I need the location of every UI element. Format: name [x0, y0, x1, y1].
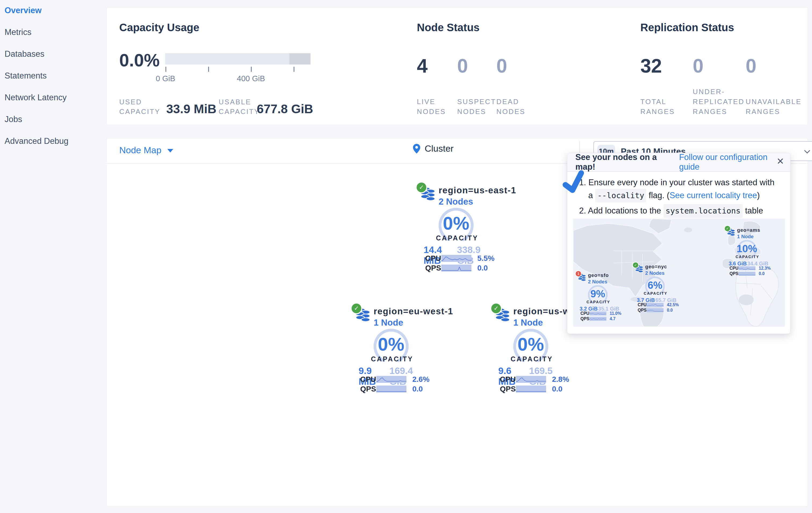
region-card-us-west-1[interactable]: ✓ region=us-west-1 1 Node 0% CAPACITY 9.…	[491, 304, 574, 393]
region-title: geo=ams	[737, 227, 760, 233]
status-badge: ✓	[725, 226, 730, 231]
sidebar-item-statements[interactable]: Statements	[0, 68, 106, 89]
cpu-row: CPU 42.5%	[638, 302, 679, 307]
stat-label: UNAVAILABLE RANGES	[746, 97, 802, 117]
qps-label: QPS	[500, 385, 516, 393]
inline-code: --locality	[595, 189, 646, 202]
total-value: 35.1 GiB	[598, 306, 619, 312]
region-card-ams[interactable]: ✓ geo=ams 1 Node 10% CAPACITY 3.6 GiB 34…	[724, 226, 771, 276]
qps-label: QPS	[425, 264, 441, 272]
chevron-down-icon	[804, 150, 810, 154]
status-badge: ✓	[633, 263, 638, 268]
qps-label: QPS	[360, 385, 376, 393]
sidebar-item-network-latency[interactable]: Network Latency	[0, 89, 106, 111]
summary-stat: 0DEAD NODES	[496, 55, 533, 117]
region-title: geo=nyc	[645, 264, 667, 269]
gauge-percent: 6%	[644, 279, 666, 291]
region-card-nyc[interactable]: ✓ geo=nyc 2 Nodes 6% CAPACITY 3.7 GiB 65…	[633, 263, 679, 313]
cpu-row: CPU 11.0%	[580, 311, 621, 316]
cpu-row: CPU 2.6%	[360, 375, 430, 384]
qps-value: 0.0	[412, 385, 423, 393]
sidebar-item-jobs[interactable]: Jobs	[0, 111, 106, 133]
used-value: 3.2 GiB	[580, 306, 598, 312]
breadcrumb-label: Cluster	[425, 143, 454, 154]
cluster-overview-page: OverviewMetricsDatabasesStatementsNetwor…	[0, 0, 812, 513]
capacity-usage-title: Capacity Usage	[119, 22, 199, 34]
gauge-percent: 0%	[436, 213, 476, 234]
capacity-bar-segment-other	[289, 53, 311, 64]
qps-value: 0.0	[759, 271, 765, 276]
cpu-label: CPU	[425, 254, 441, 263]
region-title: region=us-east-1	[439, 185, 516, 195]
breadcrumb[interactable]: Cluster	[413, 143, 454, 154]
view-mode-label: Node Map	[119, 145, 162, 155]
nodes-on-map-popup: See your nodes on a map! Follow our conf…	[567, 153, 790, 334]
step-text: flag. (	[646, 191, 669, 200]
qps-sparkline	[516, 385, 546, 393]
axis-tick-label: 400 GiB	[237, 74, 265, 83]
view-mode-dropdown[interactable]: Node Map	[119, 145, 173, 155]
inline-code: system.locations	[664, 204, 743, 218]
summary-stat: 4LIVE NODES	[417, 55, 454, 117]
axis-tick	[294, 67, 294, 72]
map-pin-icon	[413, 144, 420, 154]
used-capacity-label: USED CAPACITY	[119, 97, 169, 116]
region-title: region=eu-west-1	[374, 306, 453, 317]
cpu-sparkline	[441, 255, 471, 262]
qps-sparkline	[647, 308, 664, 313]
sidebar-item-overview[interactable]: Overview	[0, 2, 106, 24]
gauge-percent: 9%	[586, 288, 609, 300]
stat-value: 0	[457, 55, 494, 77]
chevron-down-icon	[167, 149, 173, 153]
cpu-row: CPU 5.5%	[425, 254, 494, 263]
sidebar-nav: OverviewMetricsDatabasesStatementsNetwor…	[0, 2, 106, 155]
gauge-capacity-label: CAPACITY	[436, 234, 476, 242]
region-card-sfo[interactable]: 1 geo=sfo 2 Nodes 9% CAPACITY 3.2 GiB 35…	[575, 271, 622, 321]
axis-tick	[166, 67, 166, 72]
status-badge: 1	[576, 271, 581, 276]
region-card-us-east-1[interactable]: ✓ region=us-east-1 2 Nodes 0% CAPACITY 1…	[416, 183, 499, 272]
summary-stat: 32TOTAL RANGES	[640, 55, 692, 117]
cpu-row: CPU 12.3%	[729, 266, 771, 271]
cpu-value: 42.5%	[667, 302, 679, 307]
capacity-values: 3.7 GiB 65.7 GiB	[637, 297, 677, 303]
gauge-capacity-label: CAPACITY	[511, 355, 551, 363]
sidebar-item-databases[interactable]: Databases	[0, 46, 106, 68]
capacity-axis: 0 GiB400 GiB	[165, 64, 311, 89]
capacity-bar-segment-usable	[165, 53, 289, 64]
qps-row: QPS 0.0	[638, 308, 673, 313]
replication-status-title: Replication Status	[640, 22, 734, 34]
checkmark-icon	[560, 168, 587, 195]
node-status-stats: 4LIVE NODES0SUSPECT NODES0DEAD NODES	[417, 55, 616, 117]
locality-tree-link[interactable]: See current locality tree	[670, 191, 757, 200]
capacity-gauge: 0% CAPACITY	[371, 326, 411, 367]
step-text: )	[757, 191, 760, 200]
popup-step: 1. Ensure every node in your cluster was…	[579, 176, 781, 202]
replication-status-stats: 32TOTAL RANGES0UNDER-REPLICATED RANGES0U…	[640, 55, 804, 117]
region-card-eu-west-1[interactable]: ✓ region=eu-west-1 1 Node 0% CAPACITY 9.…	[351, 304, 434, 393]
popup-header: See your nodes on a map! Follow our conf…	[567, 153, 790, 172]
qps-label: QPS	[638, 308, 646, 313]
qps-value: 0.0	[477, 264, 488, 272]
cpu-sparkline	[739, 266, 756, 270]
stat-label: UNDER-REPLICATED RANGES	[693, 87, 745, 117]
cpu-value: 2.6%	[412, 375, 430, 384]
configuration-guide-link[interactable]: Follow our configuration guide	[679, 153, 782, 172]
qps-label: QPS	[729, 271, 738, 276]
cpu-sparkline	[647, 303, 664, 307]
stat-value: 0	[746, 55, 797, 77]
capacity-values: 3.2 GiB 35.1 GiB	[580, 306, 619, 312]
qps-sparkline	[376, 385, 406, 393]
close-icon[interactable]: ×	[777, 155, 784, 167]
region-title: geo=sfo	[588, 272, 609, 278]
capacity-gauge: 6% CAPACITY	[644, 275, 666, 298]
cpu-sparkline	[376, 376, 406, 383]
total-value: 34.4 GiB	[747, 261, 768, 266]
sidebar-item-advanced-debug[interactable]: Advanced Debug	[0, 133, 106, 155]
sidebar-item-metrics[interactable]: Metrics	[0, 24, 106, 46]
summary-stat: 0UNDER-REPLICATED RANGES	[693, 55, 744, 117]
axis-tick	[251, 67, 252, 72]
gauge-percent: 10%	[735, 243, 758, 254]
stat-label: LIVE NODES	[417, 97, 454, 117]
cpu-label: CPU	[638, 302, 646, 307]
